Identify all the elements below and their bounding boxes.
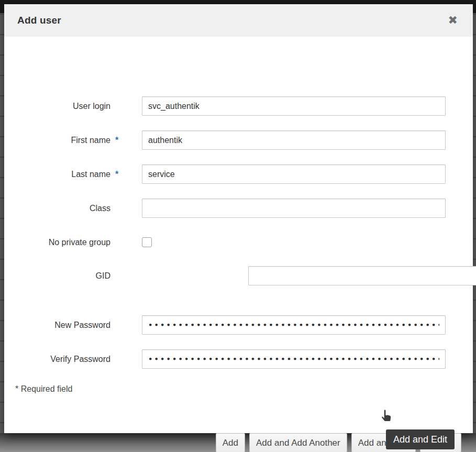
- form-row-user-login: User login: [4, 96, 473, 116]
- required-asterisk: *: [110, 136, 123, 145]
- form-row-last-name: Last name *: [4, 164, 473, 184]
- no-private-group-checkbox[interactable]: [142, 237, 152, 247]
- new-password-input[interactable]: [142, 315, 446, 335]
- form-row-no-private-group: No private group: [4, 233, 473, 252]
- close-icon[interactable]: ✖: [446, 13, 460, 28]
- user-login-label: User login: [4, 102, 110, 111]
- dialog-body: User login First name * Last name * Clas…: [4, 37, 473, 433]
- last-name-label: Last name: [4, 170, 110, 179]
- verify-password-label: Verify Password: [4, 355, 110, 364]
- add-and-add-another-button[interactable]: Add and Add Another: [249, 433, 347, 452]
- verify-password-input[interactable]: [142, 349, 446, 369]
- gid-label: GID: [4, 271, 110, 281]
- class-label: Class: [4, 204, 110, 213]
- new-password-label: New Password: [4, 321, 110, 330]
- form-row-gid: GID: [4, 266, 473, 285]
- no-private-group-label: No private group: [4, 238, 110, 247]
- first-name-input[interactable]: [142, 130, 446, 150]
- dialog-title: Add user: [17, 15, 61, 26]
- last-name-input[interactable]: [142, 164, 446, 184]
- dialog-header: Add user ✖: [4, 4, 473, 37]
- tooltip-label: Add and Edit: [393, 434, 447, 445]
- form-row-class: Class: [4, 199, 473, 218]
- add-button[interactable]: Add: [216, 433, 245, 452]
- form-row-verify-password: Verify Password: [4, 349, 473, 369]
- form-row-first-name: First name *: [4, 130, 473, 150]
- class-input[interactable]: [142, 199, 446, 218]
- form-row-new-password: New Password: [4, 315, 473, 335]
- required-asterisk: *: [110, 170, 123, 179]
- user-login-input[interactable]: [142, 96, 446, 116]
- add-and-edit-tooltip: Add and Edit: [386, 429, 455, 449]
- required-field-note: * Required field: [15, 384, 72, 394]
- first-name-label: First name: [4, 136, 110, 145]
- gid-select[interactable]: [248, 266, 476, 285]
- screen: Add user ✖ User login First name * Last …: [0, 0, 476, 452]
- add-user-dialog: Add user ✖ User login First name * Last …: [4, 4, 473, 433]
